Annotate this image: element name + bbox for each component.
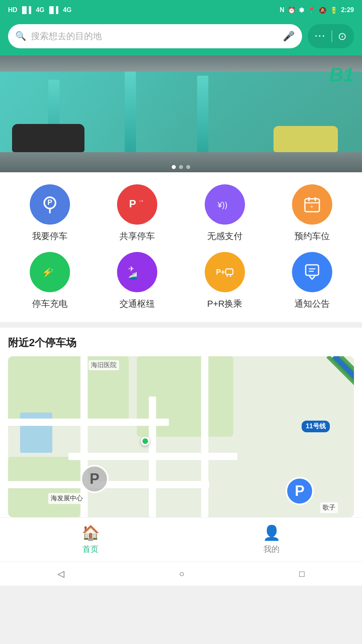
charge-icon: ⚡ ↑ xyxy=(30,252,70,292)
feature-pay[interactable]: ¥)) 无感支付 xyxy=(183,184,267,242)
car-right xyxy=(274,126,338,152)
time: 2:29 xyxy=(341,6,354,14)
svg-text:P+: P+ xyxy=(216,268,225,276)
svg-text:¥)): ¥)) xyxy=(217,200,227,209)
more-camera-button[interactable]: ··· ⊙ xyxy=(308,24,354,48)
park-icon: P xyxy=(30,184,70,225)
pay-label: 无感支付 xyxy=(207,230,243,242)
notice-icon xyxy=(292,252,332,292)
dot-2 xyxy=(179,165,183,169)
nearby-title: 附近2个停车场 xyxy=(8,336,354,350)
dot-1 xyxy=(172,165,176,169)
camera-icon: ⊙ xyxy=(338,30,347,43)
park-label: 我要停车 xyxy=(32,230,68,242)
status-left: HD ▐▌▌ 4G ▐▌▌ 4G xyxy=(8,6,72,14)
mic-button[interactable]: 🎤 xyxy=(283,31,295,42)
shared-park-label: 共享停车 xyxy=(119,230,155,242)
feature-hub[interactable]: ✈ 🚄 交通枢纽 xyxy=(96,252,179,310)
mute-icon: 🔕 xyxy=(319,6,327,14)
signal-1: ▐▌▌ xyxy=(20,6,33,14)
signal-4: 4G xyxy=(63,6,71,14)
svg-rect-19 xyxy=(306,265,319,275)
system-nav-bar: ◁ ○ □ xyxy=(0,561,362,586)
recent-button[interactable]: □ xyxy=(287,565,317,583)
location-icon: 📍 xyxy=(307,6,315,14)
feature-park[interactable]: P 我要停车 xyxy=(8,184,92,242)
hub-icon: ✈ 🚄 xyxy=(117,252,157,292)
alarm-icon: ⏰ xyxy=(288,6,296,14)
nav-mine[interactable]: 👤 我的 xyxy=(181,518,362,561)
dot-3 xyxy=(186,165,190,169)
divider xyxy=(331,30,332,42)
car-left xyxy=(12,124,84,152)
nfc-icon: N xyxy=(280,6,284,14)
search-placeholder: 搜索想去的目的地 xyxy=(31,30,278,42)
feature-grid-section: P 我要停车 P → 共享停车 ¥)) 无感支付 xyxy=(0,172,362,322)
parking-label-1: 海发展中心 xyxy=(48,493,85,504)
parking-icon-2[interactable]: P xyxy=(286,477,314,505)
map-container[interactable]: 11号线 海旧医院 P 海发展中心 P 歌子 xyxy=(8,356,354,517)
banner: B1 xyxy=(0,56,362,172)
signal-2: 4G xyxy=(36,6,44,14)
feature-reserve[interactable]: + 预约车位 xyxy=(271,184,354,242)
back-button[interactable]: ◁ xyxy=(45,565,76,583)
parking-icon-1[interactable]: P xyxy=(80,465,109,493)
svg-text:→: → xyxy=(138,197,144,204)
reserve-label: 预约车位 xyxy=(294,230,330,242)
home-label: 首页 xyxy=(82,544,99,555)
bluetooth-icon: ✽ xyxy=(299,6,304,14)
svg-text:↑: ↑ xyxy=(51,267,53,273)
battery-icon: 🔋 xyxy=(330,6,338,14)
charge-label: 停车充电 xyxy=(32,298,68,310)
svg-text:✈: ✈ xyxy=(128,265,134,273)
feature-charge[interactable]: ⚡ ↑ 停车充电 xyxy=(8,252,92,310)
nearby-section: 附近2个停车场 11号线 海旧医院 P 海发展 xyxy=(0,328,362,517)
pillar-2 xyxy=(125,72,136,152)
road-v-3 xyxy=(201,356,208,517)
home-icon: 🏠 xyxy=(82,524,100,541)
mine-label: 我的 xyxy=(263,544,280,555)
search-icon: 🔍 xyxy=(15,31,26,41)
svg-text:P: P xyxy=(47,198,52,206)
road-v-2 xyxy=(149,396,156,517)
header: 🔍 搜索想去的目的地 🎤 ··· ⊙ xyxy=(0,20,362,56)
more-dots: ··· xyxy=(315,31,326,41)
svg-text:P: P xyxy=(129,198,136,210)
hd-indicator: HD xyxy=(8,6,17,14)
metro-badge: 11号线 xyxy=(302,421,330,432)
parking-label-2: 歌子 xyxy=(320,502,338,513)
mine-icon: 👤 xyxy=(263,524,281,541)
feature-pr[interactable]: P+ P+R换乘 xyxy=(183,252,267,310)
hospital-label: 海旧医院 xyxy=(88,360,119,370)
pr-icon: P+ xyxy=(205,252,245,292)
svg-text:+: + xyxy=(310,203,313,210)
status-right: N ⏰ ✽ 📍 🔕 🔋 2:29 xyxy=(280,6,354,14)
reserve-icon: + xyxy=(292,184,332,225)
feature-grid: P 我要停车 P → 共享停车 ¥)) 无感支付 xyxy=(8,184,354,310)
banner-floor xyxy=(0,152,362,172)
svg-rect-16 xyxy=(226,269,233,275)
user-location-dot xyxy=(141,437,150,446)
signal-3: ▐▌▌ xyxy=(47,6,60,14)
shared-park-icon: P → xyxy=(117,184,157,225)
nav-home[interactable]: 🏠 首页 xyxy=(0,518,181,561)
feature-shared-park[interactable]: P → 共享停车 xyxy=(96,184,179,242)
bottom-nav: 🏠 首页 👤 我的 xyxy=(0,517,362,561)
hub-label: 交通枢纽 xyxy=(119,298,155,310)
banner-ceiling xyxy=(0,56,362,72)
search-bar[interactable]: 🔍 搜索想去的目的地 🎤 xyxy=(8,24,302,48)
notice-label: 通知公告 xyxy=(294,298,330,310)
pillar-3 xyxy=(197,76,208,152)
banner-dots xyxy=(172,165,190,169)
status-bar: HD ▐▌▌ 4G ▐▌▌ 4G N ⏰ ✽ 📍 🔕 🔋 2:29 xyxy=(0,0,362,20)
road-h-3 xyxy=(8,481,209,488)
home-button[interactable]: ○ xyxy=(167,565,196,583)
floor-label: B1 xyxy=(329,64,354,86)
pay-icon: ¥)) xyxy=(205,184,245,225)
svg-text:🚄: 🚄 xyxy=(128,272,138,281)
feature-notice[interactable]: 通知公告 xyxy=(271,252,354,310)
pr-label: P+R换乘 xyxy=(207,298,242,310)
road-h-1 xyxy=(8,419,169,426)
